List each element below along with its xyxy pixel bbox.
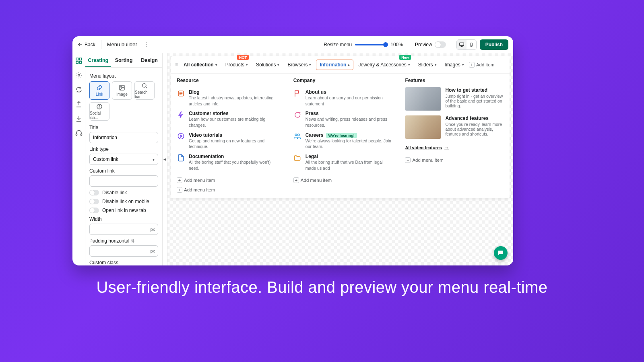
- layout-tile-image[interactable]: Image: [112, 81, 132, 100]
- back-label: Back: [85, 42, 95, 47]
- link-type-value: Custom link: [93, 156, 118, 162]
- menu-item-solutions[interactable]: Solutions▾: [253, 60, 283, 70]
- link-type-select[interactable]: Custom link ▾: [89, 154, 158, 165]
- page-title: Menu builder: [107, 41, 137, 47]
- layout-tile-link[interactable]: Link: [89, 81, 109, 100]
- resize-value: 100%: [390, 42, 403, 47]
- toggle-disable-mobile[interactable]: Disable link on mobile: [89, 199, 158, 204]
- padding-input[interactable]: [89, 245, 158, 257]
- publish-button[interactable]: Publish: [480, 39, 508, 50]
- add-menu-item-company[interactable]: +Add menu item: [293, 177, 392, 183]
- svg-point-18: [298, 134, 300, 136]
- file-icon: [177, 154, 185, 162]
- col-title-resource: Resource: [177, 78, 281, 83]
- tab-sorting[interactable]: Sorting: [111, 53, 137, 67]
- all-video-features-link[interactable]: All video features →: [405, 145, 449, 150]
- menu-item-jewelry[interactable]: Jewelry & Accessories▾New: [355, 60, 413, 70]
- toggle-icon: [89, 199, 99, 204]
- menu-item-information[interactable]: Information▴: [316, 60, 353, 70]
- list-item[interactable]: BlogThe latest industry news, updates, i…: [177, 87, 281, 109]
- device-switch: [456, 39, 477, 50]
- svg-point-16: [178, 134, 184, 139]
- toggle-disable-link[interactable]: Disable link: [89, 190, 158, 195]
- toggle-new-tab[interactable]: Open link in new tab: [89, 208, 158, 213]
- list-item[interactable]: LegalAll the boring stuff that we Dan fr…: [293, 152, 392, 173]
- rail-download-icon[interactable]: [75, 115, 83, 122]
- col-title-features: Features: [405, 78, 504, 83]
- back-button[interactable]: Back: [77, 42, 95, 47]
- menu-item-browsers[interactable]: Browsers▾: [284, 60, 314, 70]
- lightning-icon: [177, 111, 185, 119]
- unit-px: px: [150, 224, 155, 235]
- mobile-icon[interactable]: [466, 40, 476, 49]
- preview-canvas: ≡ All collection▾ Products▾HOT Solutions…: [167, 53, 513, 265]
- column-features: Features How to get startedJump right in…: [405, 78, 504, 183]
- title-input[interactable]: [89, 132, 158, 143]
- add-menu-item-features[interactable]: +Add menu item: [405, 157, 504, 163]
- menu-item-all-collection[interactable]: All collection▾: [180, 60, 221, 70]
- svg-rect-6: [79, 62, 81, 64]
- add-item-button[interactable]: +Add item: [469, 62, 494, 68]
- list-item[interactable]: PressNews and writing, press releases an…: [293, 109, 392, 130]
- tab-design[interactable]: Design: [136, 53, 162, 67]
- width-input[interactable]: [89, 224, 158, 235]
- feature-thumbnail: [405, 115, 441, 139]
- feature-item[interactable]: How to get startedJump right in - get an…: [405, 87, 504, 111]
- feature-thumbnail: [405, 87, 441, 111]
- list-item[interactable]: About usLearn about our story and our pe…: [293, 87, 392, 109]
- rail-sync-icon[interactable]: [75, 86, 83, 93]
- svg-rect-4: [79, 58, 81, 60]
- layout-tile-search[interactable]: Search bar: [134, 81, 155, 100]
- settings-panel: Creating Sorting Design Menu layout Link…: [85, 53, 163, 265]
- rail-layout-icon[interactable]: [75, 57, 83, 64]
- blog-icon: [177, 89, 185, 97]
- link-type-label: Link type: [89, 146, 158, 152]
- list-item[interactable]: CareersWe're hearing!We're always lookin…: [293, 130, 392, 152]
- svg-point-7: [78, 74, 80, 76]
- tab-creating[interactable]: Creating: [85, 53, 111, 67]
- rail-support-icon[interactable]: [75, 130, 83, 137]
- svg-rect-0: [459, 43, 464, 45]
- add-menu-item-footer[interactable]: +Add menu item: [177, 187, 504, 193]
- resize-slider[interactable]: [355, 44, 387, 45]
- list-item[interactable]: DocumentationAll the boring stuff that y…: [177, 152, 281, 173]
- desktop-icon[interactable]: [457, 40, 466, 49]
- rail-settings-icon[interactable]: [75, 72, 83, 79]
- collapse-panel-button[interactable]: ◀: [163, 53, 167, 265]
- body: Creating Sorting Design Menu layout Link…: [72, 53, 513, 265]
- custom-class-label: Custom class: [89, 260, 158, 265]
- menu-bar: ≡ All collection▾ Products▾HOT Solutions…: [171, 56, 510, 74]
- marketing-caption: User-friendly interface. Build and previ…: [0, 278, 644, 296]
- more-menu-icon[interactable]: ⋮: [140, 41, 152, 48]
- menu-item-sliders[interactable]: Sliders▾: [415, 60, 440, 70]
- list-item[interactable]: Customer storiesLearn how our customers …: [177, 109, 281, 130]
- svg-rect-8: [76, 134, 77, 136]
- chat-fab-icon[interactable]: [494, 246, 508, 260]
- padding-label: Padding horizontal⇅: [89, 238, 158, 244]
- custom-link-input[interactable]: [89, 175, 158, 187]
- rail-upload-icon[interactable]: [75, 101, 83, 108]
- menu-layout-label: Menu layout: [89, 73, 158, 79]
- list-item[interactable]: Video tutorialsGet up and running on new…: [177, 130, 281, 152]
- folder-icon: [293, 154, 301, 162]
- column-resource: Resource BlogThe latest industry news, u…: [177, 78, 281, 183]
- feature-item[interactable]: Advanced featuresOnce you're ready, lear…: [405, 115, 504, 139]
- unit-px: px: [150, 245, 155, 257]
- width-label: Width: [89, 216, 158, 222]
- menu-item-images[interactable]: Images▾: [442, 60, 467, 70]
- padding-sort-icon: ⇅: [131, 239, 134, 243]
- resize-label: Resize menu: [324, 42, 352, 47]
- svg-rect-9: [80, 134, 82, 136]
- column-company: Company About usLearn about our story an…: [293, 78, 392, 183]
- custom-link-label: Custom link: [89, 168, 158, 174]
- play-circle-icon: [177, 132, 185, 140]
- arrow-right-icon: →: [444, 145, 449, 150]
- svg-rect-5: [76, 62, 78, 64]
- preview-toggle[interactable]: [435, 41, 446, 48]
- add-menu-item-resource[interactable]: +Add menu item: [177, 177, 281, 183]
- svg-point-2: [471, 45, 471, 46]
- users-icon: [293, 132, 301, 140]
- drag-handle-icon[interactable]: ≡: [175, 62, 178, 68]
- menu-item-products[interactable]: Products▾HOT: [222, 60, 251, 70]
- layout-tile-social[interactable]: Social ico...: [89, 102, 109, 121]
